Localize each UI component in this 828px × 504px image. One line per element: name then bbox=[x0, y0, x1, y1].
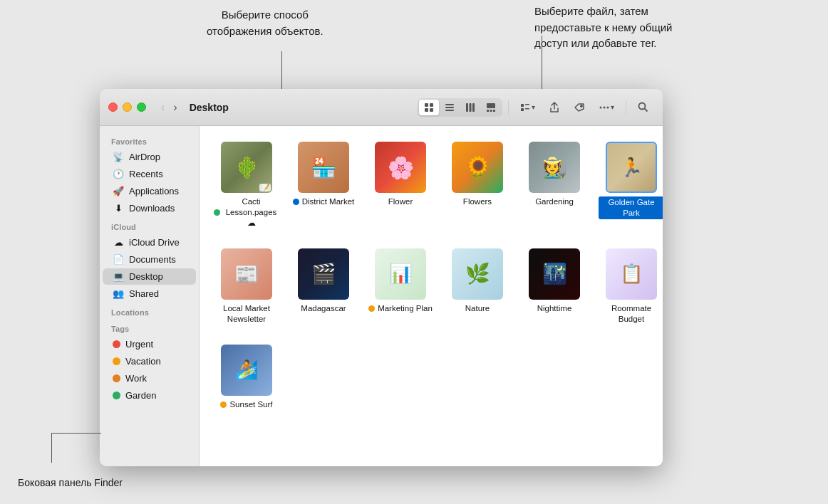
sidebar-item-recents[interactable]: 🕐 Recents bbox=[103, 166, 196, 182]
svg-rect-16 bbox=[525, 104, 529, 105]
sidebar-item-label: Documents bbox=[129, 254, 176, 265]
svg-rect-5 bbox=[445, 107, 454, 108]
share-button[interactable] bbox=[544, 98, 565, 117]
file-name-wrapper-nature: Nature bbox=[465, 303, 490, 314]
connector-line-3 bbox=[542, 36, 542, 90]
window-body: Favorites 📡 AirDrop 🕐 Recents 🚀 Applicat… bbox=[100, 126, 663, 466]
downloads-icon: ⬇ bbox=[113, 203, 124, 214]
sidebar-item-downloads[interactable]: ⬇ Downloads bbox=[103, 200, 196, 216]
forward-button[interactable]: › bbox=[170, 100, 180, 115]
documents-icon: 📄 bbox=[113, 254, 124, 265]
sidebar-item-label: Desktop bbox=[129, 271, 163, 282]
file-name-marketing: Marketing Plan bbox=[378, 303, 433, 314]
file-name-district: District Market bbox=[302, 196, 354, 207]
maximize-button[interactable] bbox=[137, 103, 146, 112]
file-item-roommate-budget[interactable]: 📋 RoommateBudget bbox=[596, 244, 663, 329]
svg-rect-11 bbox=[487, 110, 489, 112]
file-item-golden-gate[interactable]: 🏃 Golden Gate Park bbox=[596, 137, 663, 233]
urgent-dot bbox=[113, 340, 120, 348]
bottom-connector-h bbox=[51, 433, 101, 434]
svg-rect-17 bbox=[525, 108, 529, 110]
file-thumb-district: 🏪 bbox=[298, 142, 349, 193]
sidebar: Favorites 📡 AirDrop 🕐 Recents 🚀 Applicat… bbox=[100, 126, 200, 466]
toolbar-separator-1 bbox=[508, 100, 509, 115]
nav-arrows: ‹ › bbox=[157, 100, 181, 115]
shared-icon: 👥 bbox=[113, 288, 124, 299]
view-gallery-button[interactable] bbox=[481, 100, 501, 115]
back-button[interactable]: ‹ bbox=[157, 100, 168, 115]
sidebar-item-vacation[interactable]: Vacation bbox=[103, 353, 196, 369]
sidebar-item-desktop[interactable]: 💻 Desktop bbox=[103, 268, 196, 285]
minimize-button[interactable] bbox=[123, 103, 132, 112]
file-row-2: 📰 Local MarketNewsletter 🎬 Madagascar bbox=[211, 244, 651, 329]
sidebar-item-label: Urgent bbox=[125, 339, 153, 350]
sidebar-item-label: Vacation bbox=[125, 356, 161, 367]
close-button[interactable] bbox=[108, 103, 118, 112]
file-item-flowers[interactable]: 🌻 Flowers bbox=[442, 137, 513, 233]
svg-rect-8 bbox=[470, 103, 472, 112]
file-item-madagascar[interactable]: 🎬 Madagascar bbox=[288, 244, 359, 329]
group-button[interactable]: ▾ bbox=[514, 99, 541, 116]
vacation-dot bbox=[113, 357, 120, 365]
file-name-wrapper-roommate: RoommateBudget bbox=[611, 303, 651, 325]
title-bar: ‹ › Desktop bbox=[100, 89, 663, 126]
annotation-top-left: Выберите способотображения объектов. bbox=[207, 7, 324, 39]
file-name-sunset: Sunset Surf bbox=[229, 399, 272, 410]
desktop-icon: 💻 bbox=[113, 271, 124, 282]
file-thumb-roommate: 📋 bbox=[606, 248, 657, 300]
sidebar-item-airdrop[interactable]: 📡 AirDrop bbox=[103, 149, 196, 165]
file-thumb-flowers: 🌻 bbox=[452, 142, 503, 193]
search-button[interactable] bbox=[632, 98, 654, 116]
file-thumb-sunset: 🏄 bbox=[221, 345, 272, 396]
file-row-3: 🏄 Sunset Surf bbox=[211, 340, 651, 414]
file-name-wrapper-marketing: Marketing Plan bbox=[368, 303, 433, 314]
file-item-nature[interactable]: 🌿 Nature bbox=[442, 244, 513, 329]
view-column-button[interactable] bbox=[460, 100, 480, 115]
file-item-district-market[interactable]: 🏪 District Market bbox=[288, 137, 359, 233]
group-chevron: ▾ bbox=[532, 103, 535, 111]
sidebar-item-documents[interactable]: 📄 Documents bbox=[103, 251, 196, 268]
sidebar-item-work[interactable]: Work bbox=[103, 370, 196, 387]
svg-point-19 bbox=[600, 106, 602, 108]
svg-rect-15 bbox=[521, 108, 524, 111]
svg-rect-14 bbox=[521, 104, 524, 107]
window-title: Desktop bbox=[190, 102, 412, 113]
sidebar-item-shared[interactable]: 👥 Shared bbox=[103, 285, 196, 302]
sidebar-item-icloud-drive[interactable]: ☁ iCloud Drive bbox=[103, 234, 196, 251]
sidebar-item-label: iCloud Drive bbox=[129, 237, 180, 248]
file-item-local-market[interactable]: 📰 Local MarketNewsletter bbox=[211, 244, 282, 329]
file-name-wrapper-madagascar: Madagascar bbox=[301, 303, 346, 314]
tag-button[interactable] bbox=[568, 99, 591, 116]
sidebar-item-label: Work bbox=[125, 373, 147, 384]
toolbar-separator-2 bbox=[626, 100, 626, 115]
file-thumb-nature: 🌿 bbox=[452, 248, 503, 300]
work-dot bbox=[113, 374, 120, 382]
file-name-wrapper-sunset: Sunset Surf bbox=[220, 399, 272, 410]
file-item-cacti[interactable]: 🌵 📝 CactiLesson.pages ☁ bbox=[211, 137, 282, 233]
file-name-gardening: Gardening bbox=[535, 196, 574, 207]
svg-rect-0 bbox=[425, 103, 428, 107]
sidebar-item-label: Downloads bbox=[129, 203, 175, 214]
file-item-nighttime[interactable]: 🌃 Nighttime bbox=[519, 244, 590, 329]
file-item-gardening[interactable]: 🧑‍🌾 Gardening bbox=[519, 137, 590, 233]
file-thumb-madagascar: 🎬 bbox=[298, 248, 349, 300]
sidebar-item-garden[interactable]: Garden bbox=[103, 387, 196, 404]
file-item-flower[interactable]: 🌸 Flower bbox=[365, 137, 436, 233]
more-button[interactable]: ▾ bbox=[594, 100, 620, 115]
file-item-sunset-surf[interactable]: 🏄 Sunset Surf bbox=[211, 340, 282, 414]
sidebar-item-applications[interactable]: 🚀 Applications bbox=[103, 183, 196, 199]
file-name-cacti: CactiLesson.pages ☁ bbox=[223, 196, 279, 229]
view-list-button[interactable] bbox=[440, 100, 460, 115]
file-row-1: 🌵 📝 CactiLesson.pages ☁ 🏪 District Mar bbox=[211, 137, 651, 233]
view-icon-button[interactable] bbox=[419, 100, 439, 115]
file-item-marketing-plan[interactable]: 📊 Marketing Plan bbox=[365, 244, 436, 329]
traffic-lights bbox=[108, 103, 146, 112]
more-chevron: ▾ bbox=[611, 103, 614, 111]
bottom-annotation: Боковая панель Finder bbox=[18, 477, 123, 488]
file-thumb-marketing: 📊 bbox=[375, 248, 426, 300]
svg-rect-10 bbox=[487, 103, 495, 108]
recents-icon: 🕐 bbox=[113, 169, 124, 179]
file-thumb-local-market: 📰 bbox=[221, 248, 272, 300]
sidebar-item-urgent[interactable]: Urgent bbox=[103, 336, 196, 352]
svg-point-21 bbox=[607, 106, 609, 108]
